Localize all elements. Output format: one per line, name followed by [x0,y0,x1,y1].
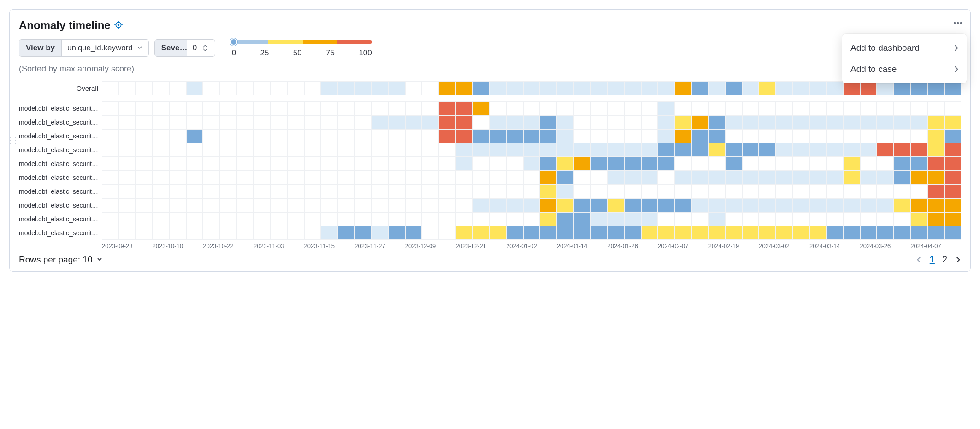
heatmap-cell[interactable] [388,226,405,240]
heatmap-cell[interactable] [153,185,170,198]
heatmap-cell[interactable] [169,101,186,115]
heatmap-cell[interactable] [439,212,456,226]
heatmap-cell[interactable] [506,171,523,185]
heatmap-cell[interactable] [742,198,759,212]
heatmap-cell[interactable] [809,212,827,226]
heatmap-cell[interactable] [776,226,793,240]
heatmap-cell[interactable] [102,115,119,129]
heatmap-cell[interactable] [169,212,186,226]
heatmap-cell[interactable] [708,171,726,185]
heatmap-cell[interactable] [759,81,776,95]
heatmap-cell[interactable] [338,212,355,226]
heatmap-cell[interactable] [894,185,911,198]
heatmap-cell[interactable] [927,212,945,226]
heatmap-cell[interactable] [506,198,523,212]
heatmap-cell[interactable] [405,81,422,95]
heatmap-cell[interactable] [119,171,136,185]
heatmap-cell[interactable] [759,143,776,157]
heatmap-cell[interactable] [186,198,203,212]
heatmap-cell[interactable] [691,81,708,95]
heatmap-cell[interactable] [254,212,271,226]
heatmap-cell[interactable] [624,226,641,240]
heatmap-cell[interactable] [776,212,793,226]
heatmap-cell[interactable] [691,171,708,185]
heatmap-cell[interactable] [405,101,422,115]
heatmap-cell[interactable] [372,198,389,212]
heatmap-cell[interactable] [270,115,287,129]
heatmap-cell[interactable] [860,129,877,143]
heatmap-cell[interactable] [236,143,254,157]
heatmap-cell[interactable] [827,198,844,212]
heatmap-cell[interactable] [557,115,574,129]
heatmap-cell[interactable] [304,129,321,143]
heatmap-cell[interactable] [354,101,372,115]
heatmap-cell[interactable] [910,171,927,185]
heatmap-cell[interactable] [590,171,608,185]
heatmap-cell[interactable] [186,81,203,95]
heatmap-cell[interactable] [877,129,894,143]
heatmap-cell[interactable] [102,157,119,171]
heatmap-cell[interactable] [827,212,844,226]
heatmap-cell[interactable] [439,171,456,185]
heatmap-cell[interactable] [304,157,321,171]
heatmap-cell[interactable] [675,143,692,157]
heatmap-cell[interactable] [186,115,203,129]
heatmap-cell[interactable] [439,198,456,212]
heatmap-cell[interactable] [354,185,372,198]
viewby-select[interactable]: View by unique_id.keyword [19,39,149,57]
heatmap-cell[interactable] [557,157,574,171]
heatmap-cell[interactable] [658,226,675,240]
heatmap-cell[interactable] [270,143,287,157]
heatmap-cell[interactable] [490,101,507,115]
heatmap-cell[interactable] [203,129,220,143]
heatmap-cell[interactable] [742,226,759,240]
heatmap-cell[interactable] [422,198,439,212]
heatmap-cell[interactable] [759,129,776,143]
heatmap-cell[interactable] [270,212,287,226]
heatmap-cell[interactable] [236,157,254,171]
heatmap-cell[interactable] [675,185,692,198]
heatmap-cell[interactable] [203,157,220,171]
heatmap-cell[interactable] [169,115,186,129]
heatmap-cell[interactable] [590,129,608,143]
heatmap-cell[interactable] [557,198,574,212]
heatmap-cell[interactable] [927,143,945,157]
heatmap-cell[interactable] [169,226,186,240]
heatmap-cell[interactable] [860,101,877,115]
heatmap-cell[interactable] [405,198,422,212]
heatmap-cell[interactable] [658,81,675,95]
heatmap-cell[interactable] [624,198,641,212]
heatmap-cell[interactable] [910,198,927,212]
heatmap-cell[interactable] [455,129,472,143]
heatmap-cell[interactable] [186,143,203,157]
heatmap-cell[interactable] [877,198,894,212]
heatmap-cell[interactable] [843,129,860,143]
heatmap-cell[interactable] [153,101,170,115]
heatmap-cell[interactable] [119,157,136,171]
heatmap-cell[interactable] [203,171,220,185]
heatmap-cell[interactable] [776,143,793,157]
heatmap-cell[interactable] [388,171,405,185]
heatmap-cell[interactable] [792,81,809,95]
heatmap-cell[interactable] [388,212,405,226]
heatmap-cell[interactable] [573,143,590,157]
heatmap-cell[interactable] [236,212,254,226]
heatmap-cell[interactable] [119,212,136,226]
heatmap-cell[interactable] [894,171,911,185]
heatmap-cell[interactable] [792,129,809,143]
heatmap-cell[interactable] [792,143,809,157]
heatmap-cell[interactable] [287,115,304,129]
heatmap-cell[interactable] [641,143,658,157]
heatmap-cell[interactable] [540,129,557,143]
heatmap-cell[interactable] [641,212,658,226]
heatmap-cell[interactable] [708,198,726,212]
heatmap-cell[interactable] [102,81,119,95]
heatmap-cell[interactable] [254,198,271,212]
heatmap-cell[interactable] [388,101,405,115]
heatmap-cell[interactable] [338,129,355,143]
heatmap-cell[interactable] [354,226,372,240]
heatmap-cell[interactable] [220,212,237,226]
heatmap-cell[interactable] [843,212,860,226]
heatmap-cell[interactable] [472,81,490,95]
heatmap-cell[interactable] [641,171,658,185]
